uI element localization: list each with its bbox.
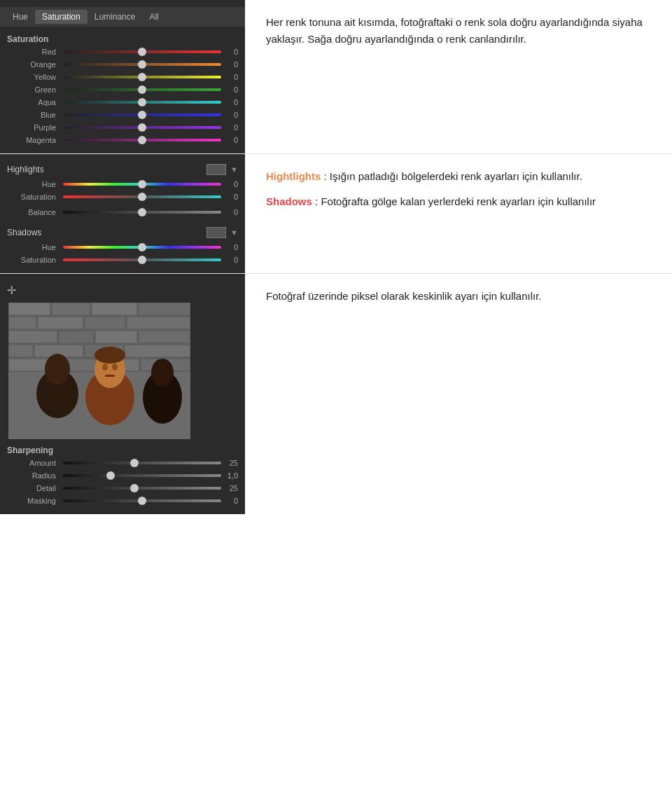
yellow-track[interactable] bbox=[63, 76, 221, 78]
green-label: Green bbox=[7, 85, 56, 94]
highlights-sat-thumb[interactable] bbox=[138, 193, 146, 201]
radius-value: 1,0 bbox=[224, 471, 238, 480]
svg-point-27 bbox=[112, 364, 118, 371]
tab-hue[interactable]: Hue bbox=[6, 10, 35, 24]
saturation-label: Saturation bbox=[7, 34, 238, 44]
shadows-arrow[interactable]: ▼ bbox=[230, 228, 238, 237]
tab-luminance[interactable]: Luminance bbox=[88, 10, 143, 24]
purple-track[interactable] bbox=[63, 126, 221, 129]
yellow-thumb[interactable] bbox=[138, 73, 146, 81]
amount-value: 25 bbox=[224, 459, 238, 467]
detail-thumb[interactable] bbox=[130, 484, 139, 492]
shadows-sat-value: 0 bbox=[224, 256, 238, 264]
orange-track[interactable] bbox=[63, 63, 221, 66]
masking-thumb[interactable] bbox=[138, 497, 146, 505]
highlights-hue-thumb[interactable] bbox=[138, 180, 146, 188]
svg-point-30 bbox=[151, 359, 174, 387]
red-value: 0 bbox=[224, 48, 238, 56]
balance-thumb[interactable] bbox=[138, 208, 146, 216]
highlights-color-box[interactable] bbox=[206, 164, 226, 175]
magenta-label: Magenta bbox=[7, 136, 56, 144]
tab-saturation[interactable]: Saturation bbox=[35, 10, 88, 24]
green-slider-row: Green 0 bbox=[0, 83, 245, 96]
green-track[interactable] bbox=[63, 88, 221, 91]
highlights-sat-value: 0 bbox=[224, 193, 238, 201]
svg-rect-8 bbox=[127, 317, 190, 329]
amount-track[interactable] bbox=[63, 462, 221, 464]
radius-track[interactable] bbox=[63, 474, 221, 477]
aqua-track[interactable] bbox=[63, 101, 221, 104]
shadows-sat-label: Saturation bbox=[7, 256, 56, 264]
green-value: 0 bbox=[224, 85, 238, 94]
highlights-sat-track[interactable] bbox=[63, 195, 221, 198]
highlights-shadows-panel: Highlights ▼ Hue 0 Saturation 0 Balance … bbox=[0, 154, 245, 273]
masking-track[interactable] bbox=[63, 499, 221, 502]
orange-thumb[interactable] bbox=[138, 60, 146, 69]
amount-thumb[interactable] bbox=[130, 459, 139, 467]
sharpening-header: Sharpening bbox=[0, 442, 245, 457]
purple-slider-row: Purple 0 bbox=[0, 121, 245, 134]
balance-row: Balance 0 bbox=[0, 206, 245, 219]
highlights-arrow[interactable]: ▼ bbox=[230, 165, 238, 174]
svg-point-22 bbox=[45, 354, 70, 385]
purple-label: Purple bbox=[7, 123, 56, 132]
svg-point-25 bbox=[94, 347, 125, 364]
magenta-thumb[interactable] bbox=[138, 136, 146, 144]
shadows-sat-thumb[interactable] bbox=[138, 256, 146, 264]
shadows-hue-track[interactable] bbox=[63, 246, 221, 249]
shadows-sat-row: Saturation 0 bbox=[0, 254, 245, 266]
red-track[interactable] bbox=[63, 50, 221, 53]
magenta-slider-row: Magenta 0 bbox=[0, 134, 245, 146]
shadows-color-box[interactable] bbox=[206, 227, 226, 238]
shadows-label: Shadows bbox=[7, 228, 206, 237]
green-thumb[interactable] bbox=[138, 85, 146, 94]
svg-rect-11 bbox=[95, 331, 137, 343]
balance-label: Balance bbox=[7, 208, 56, 216]
yellow-slider-row: Yellow 0 bbox=[0, 71, 245, 83]
shadows-hue-row: Hue 0 bbox=[0, 241, 245, 254]
purple-thumb[interactable] bbox=[138, 123, 146, 132]
balance-track[interactable] bbox=[63, 211, 221, 214]
svg-rect-13 bbox=[8, 345, 33, 357]
shadows-hue-value: 0 bbox=[224, 243, 238, 251]
aqua-thumb[interactable] bbox=[138, 98, 146, 106]
shadows-hue-thumb[interactable] bbox=[138, 243, 146, 251]
sharpening-desc-text: Fotoğraf üzerinde piksel olarak keskinli… bbox=[266, 288, 651, 305]
magenta-track[interactable] bbox=[63, 139, 221, 141]
aqua-label: Aqua bbox=[7, 98, 56, 106]
magenta-value: 0 bbox=[224, 136, 238, 144]
shadows-desc-body: Fotoğrafta gölge kalan yerlerdeki renk a… bbox=[321, 195, 596, 207]
hsl-section: Hue Saturation Luminance All Saturation … bbox=[0, 0, 672, 154]
sharpening-section: ✛ bbox=[0, 274, 672, 514]
red-label: Red bbox=[7, 48, 56, 56]
blue-thumb[interactable] bbox=[138, 111, 146, 119]
highlights-hue-value: 0 bbox=[224, 180, 238, 188]
highlights-hue-track[interactable] bbox=[63, 183, 221, 186]
aqua-value: 0 bbox=[224, 98, 238, 106]
highlights-sat-label: Saturation bbox=[7, 193, 56, 201]
svg-rect-6 bbox=[38, 317, 83, 329]
blue-track[interactable] bbox=[63, 113, 221, 116]
blue-slider-row: Blue 0 bbox=[0, 109, 245, 121]
radius-thumb[interactable] bbox=[106, 471, 115, 480]
svg-rect-1 bbox=[8, 303, 50, 315]
purple-value: 0 bbox=[224, 123, 238, 132]
hsl-tab-row: Hue Saturation Luminance All bbox=[0, 7, 245, 27]
masking-label: Masking bbox=[7, 497, 56, 505]
svg-rect-28 bbox=[105, 375, 115, 377]
highlights-keyword: Hightlights bbox=[266, 170, 321, 182]
tab-all[interactable]: All bbox=[142, 10, 165, 24]
detail-track[interactable] bbox=[63, 487, 221, 490]
balance-value: 0 bbox=[224, 208, 238, 216]
shadows-sat-track[interactable] bbox=[63, 258, 221, 261]
shadows-hue-label: Hue bbox=[7, 243, 56, 251]
svg-rect-9 bbox=[8, 331, 57, 343]
highlights-hue-label: Hue bbox=[7, 180, 56, 188]
red-thumb[interactable] bbox=[138, 48, 146, 56]
highlights-label: Highlights bbox=[7, 165, 206, 174]
red-slider-row: Red 0 bbox=[0, 46, 245, 58]
svg-rect-16 bbox=[125, 345, 190, 357]
highlights-shadows-section: Highlights ▼ Hue 0 Saturation 0 Balance … bbox=[0, 154, 672, 274]
shadows-header: Shadows ▼ bbox=[0, 224, 245, 241]
svg-rect-10 bbox=[59, 331, 94, 343]
